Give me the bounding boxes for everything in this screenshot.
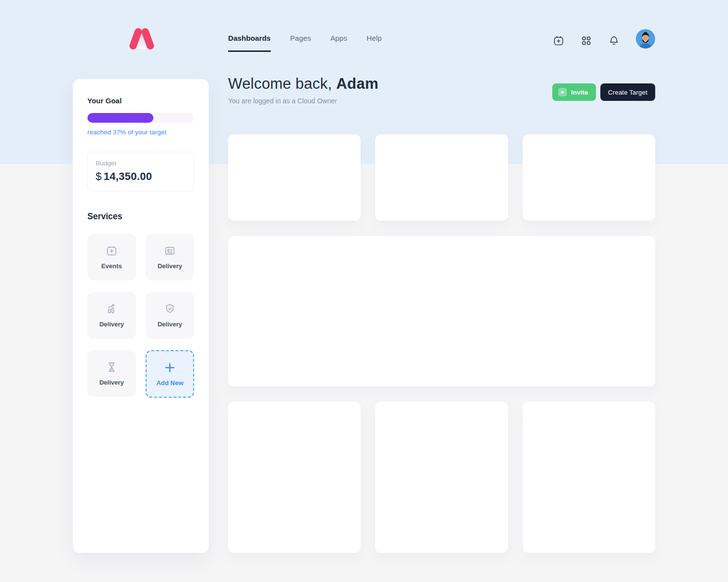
plus-icon: + — [558, 88, 567, 97]
greeting-name: Adam — [336, 75, 379, 92]
greeting-block: Welcome back, Adam You are logged in as … — [228, 75, 379, 105]
cards-row-bottom — [228, 402, 655, 553]
sidebar: Your Goal reached 37% of your target Bud… — [73, 79, 209, 553]
invite-button-label: Invite — [571, 89, 588, 96]
calendar-plus-icon — [105, 244, 118, 257]
dashboard-card — [523, 134, 655, 221]
notifications-icon[interactable] — [608, 35, 620, 47]
goal-caption: reached 37% of your target — [87, 129, 194, 136]
budget-amount: $14,350.00 — [96, 170, 186, 183]
service-tile-label: Events — [101, 262, 122, 270]
services-title: Services — [87, 211, 194, 222]
nav-item-help[interactable]: Help — [366, 34, 381, 52]
service-tile-events[interactable]: Events — [87, 234, 136, 280]
nav-item-pages[interactable]: Pages — [290, 34, 311, 52]
bar-chart-icon — [105, 303, 118, 315]
service-tile-delivery-shield[interactable]: Delivery — [146, 292, 194, 339]
budget-box: Budget $14,350.00 — [87, 152, 194, 192]
service-tile-delivery-chart[interactable]: Delivery — [87, 292, 136, 339]
add-new-service-tile[interactable]: Add New — [146, 350, 194, 398]
dashboard-card-wide — [228, 236, 655, 387]
primary-nav: Dashboards Pages Apps Help — [228, 34, 382, 52]
greeting-prefix: Welcome back, — [228, 75, 332, 92]
budget-currency: $ — [96, 170, 101, 182]
add-event-icon[interactable] — [553, 35, 564, 47]
header-actions: + Invite Create Target — [552, 83, 655, 101]
goal-progress-bar — [87, 113, 194, 123]
brand-logo-icon[interactable] — [127, 27, 156, 50]
user-avatar[interactable] — [636, 29, 655, 48]
service-tile-label: Delivery — [99, 321, 124, 328]
dashboard-card — [375, 402, 508, 553]
goal-title: Your Goal — [87, 97, 194, 105]
service-tile-label: Delivery — [99, 379, 124, 386]
create-target-button[interactable]: Create Target — [600, 83, 655, 101]
budget-value: 14,350.00 — [103, 170, 152, 182]
goal-progress-fill — [87, 113, 153, 123]
service-tile-label: Delivery — [158, 262, 182, 270]
nav-item-apps[interactable]: Apps — [331, 34, 347, 52]
service-tile-delivery-hourglass[interactable]: Delivery — [87, 350, 136, 397]
invite-button[interactable]: + Invite — [552, 83, 596, 101]
services-grid: Events Delivery Delivery — [87, 234, 194, 398]
service-tile-label: Delivery — [158, 321, 182, 328]
apps-grid-icon[interactable] — [580, 35, 592, 47]
plus-icon — [164, 361, 176, 374]
budget-label: Budget — [96, 160, 186, 167]
dashboard-card — [375, 134, 508, 221]
page-title: Welcome back, Adam — [228, 75, 379, 93]
nav-item-dashboards[interactable]: Dashboards — [228, 34, 271, 52]
dashboard-card — [228, 402, 361, 553]
shield-check-icon — [164, 303, 176, 315]
dashboard-card — [523, 402, 655, 553]
greeting-subtitle: You are logged in as a Cloud Owner — [228, 97, 379, 105]
topbar-actions — [553, 33, 655, 48]
hourglass-icon — [105, 361, 118, 373]
document-icon — [164, 244, 176, 257]
cards-row-top — [228, 134, 655, 221]
service-tile-label: Add New — [156, 379, 183, 387]
dashboard-card — [228, 134, 361, 221]
service-tile-delivery-doc[interactable]: Delivery — [146, 234, 194, 280]
